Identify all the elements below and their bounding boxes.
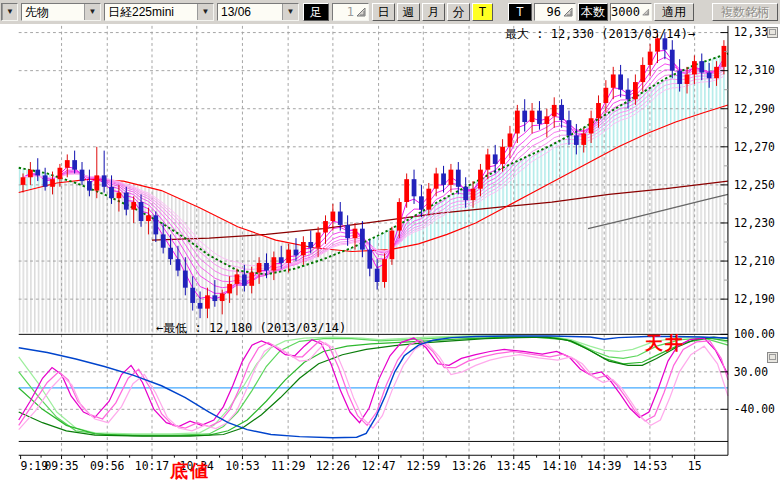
daily-button[interactable]: 日 <box>372 3 395 21</box>
chart-area: 12,33012,31012,29012,27012,25012,23012,2… <box>0 24 780 500</box>
svg-text:12,270: 12,270 <box>734 140 775 154</box>
svg-text:12:26: 12:26 <box>316 459 350 473</box>
tick-count-value: 96 <box>535 4 563 20</box>
svg-text:12,290: 12,290 <box>734 102 775 116</box>
chevron-down-icon[interactable]: ▼ <box>197 4 213 20</box>
stepper-icon[interactable] <box>563 7 574 18</box>
tick-mode-button[interactable]: T <box>472 3 493 21</box>
pane-button[interactable] <box>767 27 778 38</box>
bars-count-value: 3000 <box>611 4 642 20</box>
ashi-label: 足 <box>303 3 329 21</box>
svg-text:12,310: 12,310 <box>734 63 775 77</box>
svg-text:13:26: 13:26 <box>452 459 486 473</box>
svg-text:11:29: 11:29 <box>271 459 305 473</box>
bottom-annotation: 底値 <box>170 459 210 483</box>
svg-text:12:47: 12:47 <box>361 459 395 473</box>
svg-text:15: 15 <box>688 459 702 473</box>
svg-text:14:53: 14:53 <box>633 459 667 473</box>
tick-count-stepper[interactable]: 96 <box>534 3 576 21</box>
interval-value: 1 <box>333 4 356 20</box>
svg-text:12,230: 12,230 <box>734 216 775 230</box>
chart-canvas[interactable]: 12,33012,31012,29012,27012,25012,23012,2… <box>0 24 780 500</box>
svg-text:-40.00: -40.00 <box>734 402 775 416</box>
svg-text:30.00: 30.00 <box>734 365 768 379</box>
chevron-down-icon[interactable]: ▼ <box>84 4 100 20</box>
bars-count-stepper[interactable]: 3000 <box>610 3 652 21</box>
bars-label: 本数 <box>578 3 608 21</box>
category-value: 先物 <box>22 4 84 20</box>
svg-text:13:45: 13:45 <box>497 459 531 473</box>
svg-text:09:56: 09:56 <box>90 459 124 473</box>
apply-button[interactable]: 適用 <box>654 3 694 21</box>
svg-text:12,250: 12,250 <box>734 178 775 192</box>
chevron-down-icon[interactable]: ▼ <box>282 4 298 20</box>
toolbar: ▼ 先物 ▼ 日経225mini ▼ 13/06 ▼ 足 1 日 週 月 分 T… <box>0 0 780 24</box>
tick-label: T <box>508 3 532 21</box>
svg-text:12,190: 12,190 <box>734 292 775 306</box>
symbol-select[interactable]: 日経225mini ▼ <box>104 3 214 21</box>
svg-text:14:39: 14:39 <box>587 459 621 473</box>
mini-combo[interactable]: ▼ <box>1 3 18 21</box>
multi-symbol-button[interactable]: 複数銘柄 <box>712 3 778 21</box>
chart-application-window: ▼ 先物 ▼ 日経225mini ▼ 13/06 ▼ 足 1 日 週 月 分 T… <box>0 0 780 500</box>
contract-month-value: 13/06 <box>218 4 282 20</box>
svg-text:10:53: 10:53 <box>225 459 259 473</box>
svg-text:09:35: 09:35 <box>44 459 78 473</box>
svg-text:12,210: 12,210 <box>734 254 775 268</box>
svg-text:10:17: 10:17 <box>135 459 169 473</box>
minute-button[interactable]: 分 <box>447 3 470 21</box>
max-price-annotation: 最大 : 12,330 (2013/03/14)→ <box>505 26 695 43</box>
chevron-down-icon[interactable]: ▼ <box>2 4 17 20</box>
min-price-annotation: ←最低 : 12,180 (2013/03/14) <box>156 320 346 337</box>
symbol-value: 日経225mini <box>105 4 197 20</box>
contract-month-select[interactable]: 13/06 ▼ <box>217 3 299 21</box>
weekly-button[interactable]: 週 <box>397 3 420 21</box>
stepper-icon[interactable] <box>356 7 367 18</box>
ceiling-annotation: 天井 <box>645 331 685 355</box>
svg-text:14:10: 14:10 <box>542 459 576 473</box>
pane-button[interactable] <box>767 352 778 363</box>
interval-stepper[interactable]: 1 <box>332 3 369 21</box>
stepper-icon[interactable] <box>642 7 650 18</box>
svg-text:12:59: 12:59 <box>406 459 440 473</box>
category-select[interactable]: 先物 ▼ <box>21 3 101 21</box>
svg-text:100.00: 100.00 <box>734 327 775 341</box>
monthly-button[interactable]: 月 <box>422 3 445 21</box>
